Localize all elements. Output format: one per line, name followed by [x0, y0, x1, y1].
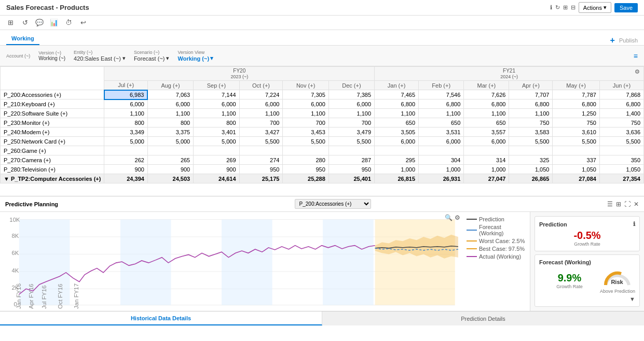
history-icon[interactable]: ⏱: [64, 19, 73, 27]
version-filter[interactable]: Version (~) Working (~): [38, 50, 65, 61]
data-cell[interactable]: 5,500: [283, 137, 328, 146]
data-cell[interactable]: 6,800: [553, 100, 599, 109]
data-cell[interactable]: 950: [328, 165, 374, 174]
data-cell[interactable]: 27,084: [553, 174, 599, 183]
data-cell[interactable]: 1,000: [419, 165, 464, 174]
data-cell[interactable]: 3,583: [509, 127, 553, 137]
modules-icon[interactable]: ⊞: [6, 19, 15, 27]
data-cell[interactable]: 7,224: [239, 90, 283, 100]
data-cell[interactable]: [553, 146, 599, 155]
chart-settings-icon[interactable]: ⚙: [455, 214, 460, 221]
data-cell[interactable]: 26,931: [419, 174, 464, 183]
filter-lines-icon[interactable]: ≡: [634, 52, 638, 60]
data-cell[interactable]: 295: [375, 155, 419, 165]
data-cell[interactable]: 650: [375, 118, 419, 127]
data-cell[interactable]: 7,465: [375, 90, 419, 100]
tab-prediction-details[interactable]: Prediction Details: [322, 311, 644, 325]
data-cell[interactable]: 1,100: [194, 109, 239, 118]
grid2-icon[interactable]: ⊞: [563, 4, 568, 11]
data-cell[interactable]: 6,000: [104, 100, 147, 109]
account-filter[interactable]: Account (~): [6, 53, 30, 59]
data-cell[interactable]: 6,800: [375, 100, 419, 109]
data-cell[interactable]: 6,800: [464, 100, 509, 109]
refresh2-icon[interactable]: ↺: [21, 19, 29, 27]
data-cell[interactable]: 700: [239, 118, 283, 127]
data-cell[interactable]: [464, 146, 509, 155]
data-cell[interactable]: 265: [147, 155, 193, 165]
data-cell[interactable]: 950: [283, 165, 328, 174]
data-cell[interactable]: 900: [104, 165, 147, 174]
product-selector[interactable]: P_200:Accessories (+): [295, 199, 371, 209]
data-cell[interactable]: [194, 146, 239, 155]
entity-filter[interactable]: Entity (~) 420:Sales East (~) ▾: [74, 50, 126, 62]
close-chart-icon[interactable]: ✕: [634, 201, 639, 208]
product-name-cell[interactable]: P_210:Keyboard (+): [1, 100, 104, 109]
data-cell[interactable]: 6,983: [104, 90, 147, 100]
data-cell[interactable]: 650: [419, 118, 464, 127]
data-cell[interactable]: [419, 146, 464, 155]
data-cell[interactable]: 5,500: [509, 137, 553, 146]
data-cell[interactable]: 3,479: [328, 127, 374, 137]
data-cell[interactable]: 325: [509, 155, 553, 165]
data-cell[interactable]: 24,614: [194, 174, 239, 183]
data-cell[interactable]: 1,100: [147, 109, 193, 118]
data-cell[interactable]: 1,250: [553, 109, 599, 118]
data-cell[interactable]: 750: [599, 118, 643, 127]
data-cell[interactable]: [283, 146, 328, 155]
data-cell[interactable]: 280: [283, 155, 328, 165]
data-cell[interactable]: 5,500: [553, 137, 599, 146]
product-name-cell[interactable]: P_240:Modem (+): [1, 127, 104, 137]
data-cell[interactable]: 6,000: [239, 100, 283, 109]
data-cell[interactable]: 24,394: [104, 174, 147, 183]
undo-icon[interactable]: ↩: [79, 19, 87, 27]
data-cell[interactable]: 27,354: [599, 174, 643, 183]
data-cell[interactable]: 3,349: [104, 127, 147, 137]
data-cell[interactable]: 3,375: [147, 127, 193, 137]
data-cell[interactable]: 1,050: [599, 165, 643, 174]
data-cell[interactable]: 5,000: [147, 137, 193, 146]
data-cell[interactable]: 3,531: [419, 127, 464, 137]
data-cell[interactable]: 7,144: [194, 90, 239, 100]
data-cell[interactable]: 337: [553, 155, 599, 165]
chart-icon[interactable]: 📊: [50, 19, 58, 27]
data-cell[interactable]: 25,401: [328, 174, 374, 183]
product-name-cell[interactable]: P_230:Monitor (+): [1, 118, 104, 127]
data-cell[interactable]: 3,427: [239, 127, 283, 137]
product-name-cell[interactable]: P_260:Game (+): [1, 146, 104, 155]
data-cell[interactable]: 1,100: [509, 109, 553, 118]
list-icon[interactable]: ☰: [607, 201, 613, 208]
expand-chart-icon[interactable]: ⊞: [616, 201, 621, 208]
data-cell[interactable]: 3,557: [464, 127, 509, 137]
save-button[interactable]: Save: [614, 3, 638, 12]
data-cell[interactable]: 6,000: [328, 100, 374, 109]
data-cell[interactable]: 3,610: [553, 127, 599, 137]
refresh-icon[interactable]: ↻: [555, 4, 560, 11]
data-cell[interactable]: [328, 146, 374, 155]
data-cell[interactable]: 26,815: [375, 174, 419, 183]
data-cell[interactable]: 269: [194, 155, 239, 165]
data-cell[interactable]: 6,800: [599, 100, 643, 109]
data-cell[interactable]: 7,385: [328, 90, 374, 100]
data-cell[interactable]: 7,707: [509, 90, 553, 100]
data-cell[interactable]: 314: [464, 155, 509, 165]
data-cell[interactable]: 5,500: [328, 137, 374, 146]
data-cell[interactable]: 950: [239, 165, 283, 174]
data-cell[interactable]: 3,505: [375, 127, 419, 137]
data-cell[interactable]: [375, 146, 419, 155]
data-cell[interactable]: 650: [464, 118, 509, 127]
zoom-in-icon[interactable]: 🔍: [445, 214, 453, 221]
forecast-expand-icon[interactable]: ▼: [629, 296, 635, 302]
data-cell[interactable]: 1,400: [599, 109, 643, 118]
data-cell[interactable]: 800: [194, 118, 239, 127]
scenario-filter[interactable]: Scenario (~) Forecast (~) ▾: [134, 50, 170, 62]
data-cell[interactable]: 6,800: [419, 100, 464, 109]
table-settings-icon[interactable]: ⚙: [635, 68, 640, 75]
data-cell[interactable]: 5,500: [239, 137, 283, 146]
data-cell[interactable]: 6,000: [464, 137, 509, 146]
data-cell[interactable]: [509, 146, 553, 155]
data-cell[interactable]: 7,868: [599, 90, 643, 100]
data-cell[interactable]: 7,305: [283, 90, 328, 100]
data-cell[interactable]: 900: [147, 165, 193, 174]
data-cell[interactable]: 700: [328, 118, 374, 127]
data-cell[interactable]: 6,000: [283, 100, 328, 109]
